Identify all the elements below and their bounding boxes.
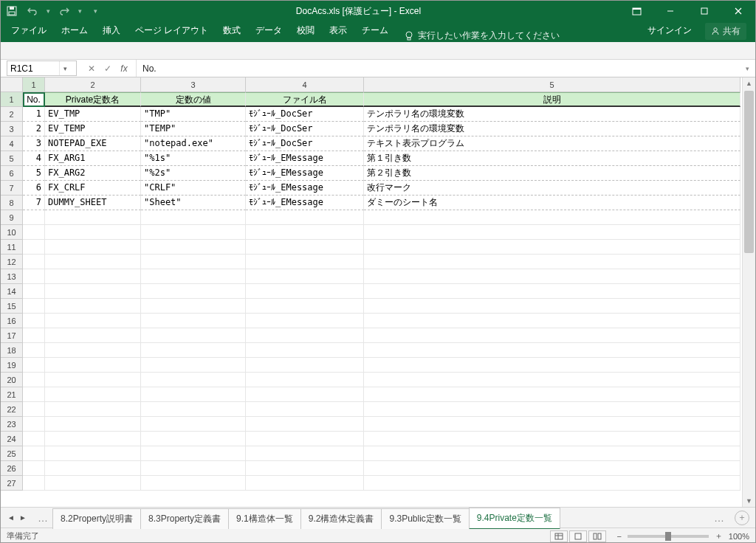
cell[interactable]: [23, 373, 45, 387]
cell[interactable]: FX_CRLF: [45, 181, 141, 196]
cell[interactable]: [23, 299, 45, 314]
name-box-input[interactable]: [7, 62, 59, 75]
row-header[interactable]: 21: [1, 387, 23, 402]
share-button[interactable]: 共有: [705, 23, 746, 40]
ribbon-tab[interactable]: ホーム: [54, 20, 95, 42]
signin-link[interactable]: サインイン: [640, 20, 699, 42]
cell[interactable]: 3: [23, 136, 45, 151]
maximize-button[interactable]: [687, 1, 721, 21]
cell[interactable]: [246, 328, 364, 343]
sheet-tab[interactable]: 9.1構造体一覧: [228, 508, 301, 529]
ribbon-tab[interactable]: 校閲: [289, 20, 322, 42]
cell[interactable]: [23, 269, 45, 284]
cell[interactable]: [246, 240, 364, 255]
cell[interactable]: [45, 225, 141, 240]
cell[interactable]: [246, 358, 364, 373]
cell[interactable]: [246, 387, 364, 402]
zoom-in-button[interactable]: ＋: [715, 530, 723, 542]
cell[interactable]: ﾓｼﾞｭｰﾙ_EMessage: [246, 166, 364, 181]
cell[interactable]: [141, 402, 246, 417]
cell[interactable]: [364, 240, 740, 255]
cell[interactable]: [23, 417, 45, 432]
table-header-cell[interactable]: 説明: [364, 92, 740, 107]
cell[interactable]: [23, 225, 45, 240]
row-header[interactable]: 8: [1, 196, 23, 210]
cell[interactable]: [23, 446, 45, 461]
cell[interactable]: [45, 299, 141, 314]
cell[interactable]: [246, 269, 364, 284]
expand-formula-bar-icon[interactable]: ▾: [736, 65, 749, 72]
sheet-tab[interactable]: 9.3Public定数一覧: [381, 508, 469, 529]
row-header[interactable]: 4: [1, 136, 23, 151]
cell[interactable]: "TMP": [141, 107, 246, 122]
cell[interactable]: [45, 314, 141, 328]
sheet-tab[interactable]: 9.2構造体定義書: [300, 508, 382, 529]
cell[interactable]: 5: [23, 166, 45, 181]
cell[interactable]: [141, 358, 246, 373]
cell[interactable]: [23, 476, 45, 491]
row-header[interactable]: 22: [1, 402, 23, 417]
cell[interactable]: [23, 240, 45, 255]
cell[interactable]: "Sheet": [141, 196, 246, 210]
cell[interactable]: [364, 210, 740, 225]
close-button[interactable]: [721, 1, 755, 21]
cell[interactable]: [246, 476, 364, 491]
insert-function-icon[interactable]: fx: [118, 63, 130, 74]
cell[interactable]: [141, 343, 246, 358]
cell[interactable]: [45, 432, 141, 446]
cell[interactable]: [23, 255, 45, 269]
cell[interactable]: ﾓｼﾞｭｰﾙ_DocSer: [246, 136, 364, 151]
table-header-cell[interactable]: ファイル名: [246, 92, 364, 107]
row-header[interactable]: 27: [1, 476, 23, 491]
row-header[interactable]: 11: [1, 240, 23, 255]
cell[interactable]: ダミーのシート名: [364, 196, 740, 210]
cell[interactable]: テンポラリ名の環境変数: [364, 107, 740, 122]
row-header[interactable]: 9: [1, 210, 23, 225]
row-header[interactable]: 16: [1, 314, 23, 328]
cell[interactable]: DUMMY_SHEET: [45, 196, 141, 210]
cell[interactable]: [364, 314, 740, 328]
cell[interactable]: [364, 328, 740, 343]
sheet-tab[interactable]: 8.2Property説明書: [52, 508, 141, 529]
cell[interactable]: [364, 461, 740, 476]
cell[interactable]: [45, 358, 141, 373]
row-header[interactable]: 26: [1, 461, 23, 476]
normal-view-icon[interactable]: [550, 530, 568, 542]
zoom-out-button[interactable]: −: [616, 532, 621, 541]
cell[interactable]: [364, 402, 740, 417]
row-header[interactable]: 6: [1, 166, 23, 181]
table-header-cell[interactable]: Private定数名: [45, 92, 141, 107]
cell[interactable]: [45, 210, 141, 225]
ribbon-tab[interactable]: データ: [248, 20, 289, 42]
cell[interactable]: [246, 432, 364, 446]
cell[interactable]: ﾓｼﾞｭｰﾙ_EMessage: [246, 181, 364, 196]
new-sheet-button[interactable]: ＋: [735, 511, 749, 525]
vertical-scrollbar[interactable]: ▲ ▼: [742, 77, 755, 507]
cell[interactable]: 第１引き数: [364, 151, 740, 166]
cell[interactable]: [246, 225, 364, 240]
cell[interactable]: FX_ARG1: [45, 151, 141, 166]
row-header[interactable]: 19: [1, 358, 23, 373]
row-header[interactable]: 1: [1, 92, 23, 107]
row-header[interactable]: 14: [1, 284, 23, 299]
cell[interactable]: FX_ARG2: [45, 166, 141, 181]
cells-area[interactable]: No.Private定数名定数の値ファイル名説明1EV_TMP"TMP"ﾓｼﾞｭ…: [23, 92, 742, 507]
zoom-slider-thumb[interactable]: [665, 532, 671, 541]
qat-customize-icon[interactable]: ▾: [94, 7, 97, 15]
column-header[interactable]: 3: [141, 77, 246, 92]
ribbon-tab[interactable]: 挿入: [95, 20, 128, 42]
row-header[interactable]: 24: [1, 432, 23, 446]
cell[interactable]: [23, 402, 45, 417]
cell[interactable]: [45, 417, 141, 432]
cell[interactable]: [141, 387, 246, 402]
ribbon-tab[interactable]: チーム: [354, 20, 396, 42]
cell[interactable]: [364, 387, 740, 402]
column-header[interactable]: 1: [23, 77, 45, 92]
row-header[interactable]: 18: [1, 343, 23, 358]
row-header[interactable]: 7: [1, 181, 23, 196]
cell[interactable]: [246, 417, 364, 432]
sheet-tab-active[interactable]: 9.4Private定数一覧: [469, 508, 560, 529]
cell[interactable]: [364, 299, 740, 314]
cell[interactable]: ﾓｼﾞｭｰﾙ_EMessage: [246, 151, 364, 166]
column-header[interactable]: 2: [45, 77, 141, 92]
